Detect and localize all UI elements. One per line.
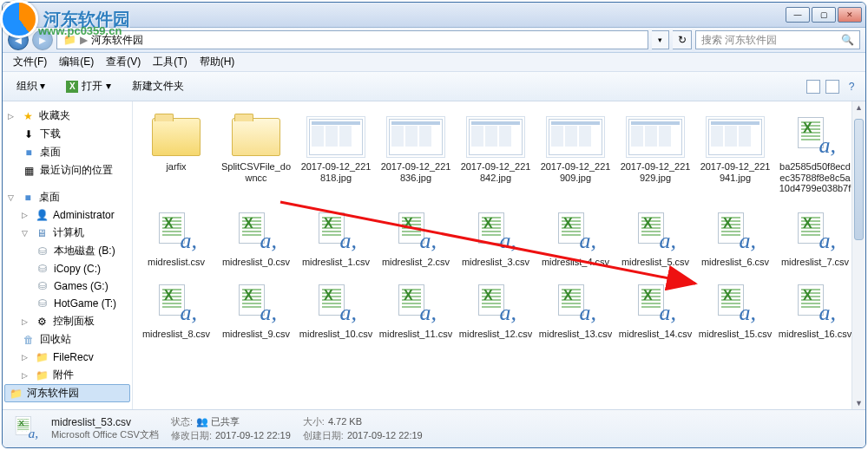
refresh-button[interactable]: ↻: [673, 30, 692, 49]
file-label: 2017-09-12_221909.jpg: [538, 161, 613, 183]
file-csv[interactable]: Xamidreslist_11.csv: [376, 276, 456, 344]
file-csv[interactable]: Xamidreslist_13.csv: [536, 276, 615, 344]
scrollbar-thumb[interactable]: [854, 119, 864, 240]
sidebar-drive-b[interactable]: ⛁本地磁盘 (B:): [3, 242, 132, 260]
file-csv[interactable]: Xamidreslist_1.csv: [296, 204, 376, 272]
file-csv[interactable]: Xamidreslist_15.csv: [695, 276, 775, 344]
sidebar-recent[interactable]: ▦最近访问的位置: [3, 161, 132, 179]
search-icon[interactable]: 🔍: [841, 34, 854, 46]
address-bar[interactable]: 📁 ▶ 河东软件园: [56, 30, 648, 49]
status-state-label: 状态:: [171, 416, 193, 427]
minimize-button[interactable]: —: [786, 7, 810, 23]
forward-button[interactable]: ►: [32, 29, 53, 50]
sidebar-attach[interactable]: ▷📁附件: [3, 366, 132, 384]
file-thumb: Xa: [466, 280, 525, 329]
path-sep-icon: ▶: [80, 34, 88, 46]
file-image[interactable]: Xaba2585d50f8ecdec35788f8e8c5a10d4799e03…: [775, 108, 855, 200]
file-csv[interactable]: Xamidreslist_4.csv: [536, 204, 615, 272]
status-bar: Xa midreslist_53.csv Microsoft Office CS…: [3, 409, 865, 447]
close-button[interactable]: ✕: [838, 7, 862, 23]
folder-icon: 📁: [35, 350, 49, 364]
back-button[interactable]: ◄: [8, 29, 29, 50]
titlebar[interactable]: — ▢ ✕: [3, 3, 865, 27]
status-file-icon: Xa: [11, 415, 39, 443]
sidebar-desktop2[interactable]: ▽■桌面: [3, 188, 132, 206]
help-icon[interactable]: ?: [845, 80, 858, 94]
desktop-icon: ■: [22, 146, 36, 160]
vertical-scrollbar[interactable]: ▲ ▼: [852, 101, 865, 409]
sidebar-ctrlpanel[interactable]: ▷⚙控制面板: [3, 312, 132, 330]
file-image[interactable]: 2017-09-12_221941.jpg: [695, 108, 775, 200]
file-csv[interactable]: Xamidreslist.csv: [136, 204, 216, 272]
maximize-button[interactable]: ▢: [812, 7, 836, 23]
sidebar-drive-t[interactable]: ⛁HotGame (T:): [3, 295, 132, 312]
control-panel-icon: ⚙: [35, 315, 49, 329]
sidebar-drive-b-label: 本地磁盘 (B:): [54, 244, 115, 258]
file-label: midreslist_7.csv: [781, 257, 849, 268]
file-image[interactable]: 2017-09-12_221836.jpg: [376, 108, 456, 200]
address-dropdown[interactable]: ▾: [652, 30, 669, 49]
folder-icon: 📁: [35, 368, 49, 382]
sidebar-filerecv[interactable]: ▷📁FileRecv: [3, 349, 132, 366]
sidebar-downloads[interactable]: ⬇下载: [3, 125, 132, 143]
scroll-up-icon[interactable]: ▲: [852, 103, 865, 112]
sidebar-drive-g-label: Games (G:): [54, 280, 108, 292]
sidebar-computer-label: 计算机: [53, 225, 84, 240]
file-csv[interactable]: Xamidreslist_2.csv: [376, 204, 456, 272]
file-thumb: Xa: [147, 280, 206, 329]
file-label: midreslist_15.csv: [699, 329, 772, 340]
status-size-value: 4.72 KB: [328, 416, 362, 427]
sidebar-drive-g[interactable]: ⛁Games (G:): [3, 277, 132, 295]
file-label: 2017-09-12_221836.jpg: [378, 161, 453, 183]
nav-row: ◄ ► 📁 ▶ 河东软件园 ▾ ↻ 搜索 河东软件园 🔍: [3, 27, 865, 53]
file-label: midreslist_5.csv: [621, 257, 689, 268]
file-folder[interactable]: SplitCSVFile_downcc: [216, 108, 296, 200]
file-csv[interactable]: Xamidreslist_5.csv: [615, 204, 695, 272]
sidebar-drive-t-label: HotGame (T:): [54, 297, 116, 310]
file-thumb: Xa: [706, 280, 765, 329]
status-filename: midreslist_53.csv: [51, 416, 159, 428]
file-folder[interactable]: jarfix: [136, 108, 216, 200]
sidebar-computer[interactable]: ▽🖥计算机: [3, 224, 132, 242]
file-csv[interactable]: Xamidreslist_9.csv: [216, 276, 296, 344]
breadcrumb-current[interactable]: 河东软件园: [91, 33, 143, 48]
sidebar-admin[interactable]: ▷👤Administrator: [3, 206, 132, 224]
file-csv[interactable]: Xamidreslist_0.csv: [216, 204, 296, 272]
new-folder-button[interactable]: 新建文件夹: [125, 75, 191, 97]
view-mode-button[interactable]: [806, 80, 820, 94]
organize-button[interactable]: 组织 ▾: [10, 75, 52, 97]
file-csv[interactable]: Xamidreslist_6.csv: [695, 204, 775, 272]
file-image[interactable]: 2017-09-12_221818.jpg: [296, 108, 376, 200]
file-image[interactable]: 2017-09-12_221929.jpg: [615, 108, 695, 200]
open-button[interactable]: X 打开 ▾: [59, 75, 117, 97]
file-thumb: Xa: [626, 280, 685, 329]
menu-edit[interactable]: 编辑(E): [54, 53, 99, 71]
file-csv[interactable]: Xamidreslist_10.csv: [296, 276, 376, 344]
menu-tools[interactable]: 工具(T): [148, 53, 192, 71]
sidebar-recycle[interactable]: 🗑回收站: [3, 330, 132, 349]
file-thumb: Xa: [306, 280, 365, 329]
file-image[interactable]: 2017-09-12_221909.jpg: [536, 108, 615, 200]
file-thumb: Xa: [706, 208, 765, 257]
sidebar-current[interactable]: 📁河东软件园: [4, 384, 130, 402]
preview-pane-button[interactable]: [825, 80, 839, 94]
menu-view[interactable]: 查看(V): [101, 53, 146, 71]
file-thumb: [706, 113, 765, 161]
file-csv[interactable]: Xamidreslist_3.csv: [456, 204, 536, 272]
file-csv[interactable]: Xamidreslist_14.csv: [615, 276, 695, 344]
sidebar-desktop[interactable]: ■桌面: [3, 143, 132, 161]
menu-file[interactable]: 文件(F): [8, 53, 52, 71]
file-pane[interactable]: jarfixSplitCSVFile_downcc2017-09-12_2218…: [133, 101, 865, 409]
file-label: midreslist.csv: [148, 257, 205, 268]
scroll-down-icon[interactable]: ▼: [852, 399, 865, 408]
file-csv[interactable]: Xamidreslist_8.csv: [136, 276, 216, 344]
file-csv[interactable]: Xamidreslist_16.csv: [775, 276, 855, 344]
file-csv[interactable]: Xamidreslist_12.csv: [456, 276, 536, 344]
file-thumb: Xa: [306, 208, 365, 257]
sidebar-drive-c[interactable]: ⛁iCopy (C:): [3, 260, 132, 277]
file-csv[interactable]: Xamidreslist_7.csv: [775, 204, 855, 272]
menu-help[interactable]: 帮助(H): [194, 53, 240, 71]
search-input[interactable]: 搜索 河东软件园 🔍: [695, 30, 860, 49]
sidebar-favorites[interactable]: ▷★收藏夹: [3, 107, 132, 125]
file-image[interactable]: 2017-09-12_221842.jpg: [456, 108, 536, 200]
